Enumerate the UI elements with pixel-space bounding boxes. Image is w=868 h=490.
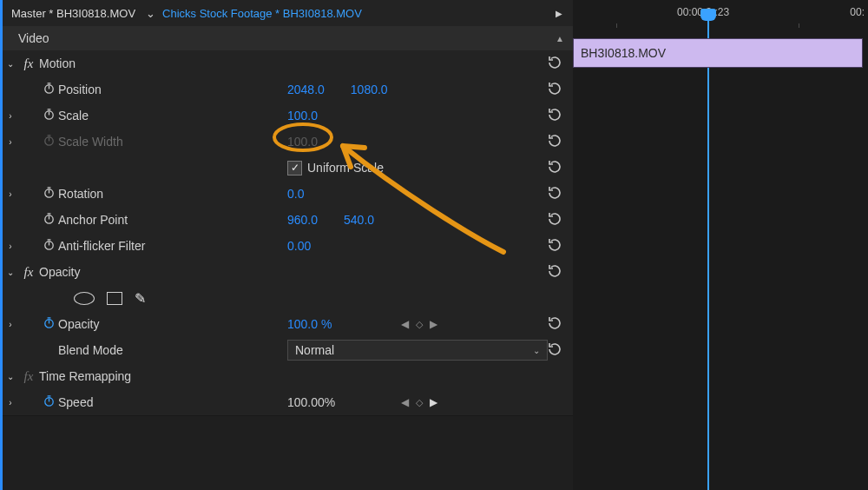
rotation-value[interactable]: 0.0 bbox=[287, 187, 304, 201]
reset-button[interactable] bbox=[542, 262, 568, 282]
add-keyframe-icon[interactable]: ◇ bbox=[416, 397, 423, 408]
stopwatch-icon[interactable] bbox=[39, 82, 58, 97]
prev-keyframe-icon[interactable]: ◀ bbox=[401, 396, 409, 408]
ellipse-mask-icon[interactable] bbox=[74, 292, 95, 305]
stopwatch-icon[interactable] bbox=[39, 186, 58, 202]
mask-shape-row: ✎ bbox=[3, 285, 573, 311]
antiflicker-value[interactable]: 0.00 bbox=[287, 239, 311, 253]
effect-opacity-header[interactable]: ⌄ fx Opacity bbox=[3, 259, 573, 285]
property-scale-label: Scale bbox=[58, 109, 94, 122]
section-video-label: Video bbox=[18, 31, 49, 45]
fx-icon[interactable]: fx bbox=[18, 369, 39, 384]
reset-button[interactable] bbox=[542, 106, 568, 126]
stopwatch-icon[interactable] bbox=[39, 212, 58, 228]
keyframe-nav: ◀ ◇ ▶ bbox=[391, 396, 447, 408]
property-scalewidth-label: Scale Width bbox=[58, 135, 128, 149]
blend-mode-value: Normal bbox=[295, 343, 334, 357]
property-opacity: › Opacity 100.0 % ◀ ◇ ▶ bbox=[3, 311, 573, 337]
property-antiflicker: › Anti-flicker Filter 0.00 bbox=[3, 233, 573, 259]
reset-button[interactable] bbox=[542, 210, 568, 230]
property-rotation-label: Rotation bbox=[58, 187, 108, 201]
reset-button[interactable] bbox=[542, 184, 568, 204]
scale-value[interactable]: 100.0 bbox=[287, 109, 318, 122]
effect-motion-label: Motion bbox=[39, 56, 81, 70]
panel-filler bbox=[3, 415, 573, 490]
speed-value[interactable]: 100.00% bbox=[287, 395, 335, 409]
property-blend-mode: Blend Mode Normal ⌄ bbox=[3, 337, 573, 363]
chevron-right-icon[interactable]: › bbox=[3, 320, 18, 329]
effect-motion-header[interactable]: ⌄ fx Motion bbox=[3, 50, 573, 76]
effect-time-label: Time Remapping bbox=[39, 369, 136, 383]
reset-button[interactable] bbox=[542, 315, 568, 334]
add-keyframe-icon[interactable]: ◇ bbox=[416, 319, 423, 330]
fx-icon[interactable]: fx bbox=[18, 56, 39, 71]
chevron-down-icon: ⌄ bbox=[533, 346, 540, 355]
uniform-scale-label: Uniform Scale bbox=[307, 161, 389, 175]
reset-button[interactable] bbox=[542, 158, 568, 178]
reset-button[interactable] bbox=[542, 80, 568, 100]
playhead-icon[interactable] bbox=[700, 9, 716, 21]
effect-time-header[interactable]: ⌄ fx Time Remapping bbox=[3, 363, 573, 389]
anchor-y-value[interactable]: 540.0 bbox=[344, 213, 374, 227]
chevron-right-icon[interactable]: › bbox=[3, 398, 18, 407]
timecode-2: 00: bbox=[850, 6, 865, 18]
property-speed-label: Speed bbox=[58, 395, 98, 409]
stopwatch-icon[interactable] bbox=[39, 108, 58, 123]
property-scale: › Scale 100.0 bbox=[3, 103, 573, 129]
reset-button[interactable] bbox=[542, 132, 568, 152]
chevron-down-icon[interactable]: ⌄ bbox=[146, 7, 155, 20]
property-speed: › Speed 100.00% ◀ ◇ ▶ bbox=[3, 389, 573, 415]
chevron-right-icon[interactable]: › bbox=[3, 137, 18, 147]
anchor-x-value[interactable]: 960.0 bbox=[287, 213, 318, 227]
timeline-clip[interactable]: BH3I0818.MOV bbox=[573, 38, 863, 68]
chevron-right-icon[interactable]: › bbox=[3, 189, 18, 199]
property-scale-width: › Scale Width 100.0 bbox=[3, 129, 573, 155]
section-video-header[interactable]: Video ▲ bbox=[3, 26, 573, 50]
rect-mask-icon[interactable] bbox=[107, 292, 122, 305]
keyframe-nav: ◀ ◇ ▶ bbox=[391, 318, 447, 330]
property-opacity-label: Opacity bbox=[58, 317, 104, 331]
effect-opacity-label: Opacity bbox=[39, 265, 85, 279]
property-position-label: Position bbox=[58, 83, 107, 96]
app-root: Master * BH3I0818.MOV ⌄ Chicks Stock Foo… bbox=[0, 0, 868, 490]
position-y-value[interactable]: 1080.0 bbox=[351, 83, 388, 96]
chevron-right-icon[interactable]: › bbox=[3, 111, 18, 121]
prev-keyframe-icon[interactable]: ◀ bbox=[401, 318, 409, 330]
property-uniform-scale: ✓ Uniform Scale bbox=[3, 155, 573, 181]
breadcrumb-clip[interactable]: Chicks Stock Footage * BH3I0818.MOV bbox=[162, 7, 362, 20]
stopwatch-icon bbox=[39, 134, 58, 149]
property-antiflicker-label: Anti-flicker Filter bbox=[58, 239, 150, 253]
stopwatch-icon[interactable] bbox=[39, 238, 58, 254]
breadcrumb-master[interactable]: Master * BH3I0818.MOV bbox=[11, 7, 135, 20]
stopwatch-icon[interactable] bbox=[39, 316, 58, 332]
property-rotation: › Rotation 0.0 bbox=[3, 181, 573, 207]
breadcrumb: Master * BH3I0818.MOV ⌄ Chicks Stock Foo… bbox=[3, 0, 573, 26]
chevron-right-icon[interactable]: › bbox=[3, 242, 18, 251]
time-ruler[interactable]: 00:00:3 :23 00: bbox=[573, 0, 868, 28]
next-keyframe-icon[interactable]: ▶ bbox=[430, 318, 437, 330]
pen-mask-icon[interactable]: ✎ bbox=[135, 290, 146, 307]
play-icon[interactable]: ▶ bbox=[556, 9, 564, 18]
fx-icon[interactable]: fx bbox=[18, 265, 39, 280]
property-position: Position 2048.0 1080.0 bbox=[3, 76, 573, 103]
next-keyframe-icon[interactable]: ▶ bbox=[430, 396, 437, 408]
effect-controls-panel: Master * BH3I0818.MOV ⌄ Chicks Stock Foo… bbox=[0, 0, 573, 490]
property-blend-label: Blend Mode bbox=[58, 343, 128, 357]
chevron-down-icon[interactable]: ⌄ bbox=[3, 59, 18, 69]
chevron-down-icon[interactable]: ⌄ bbox=[3, 372, 18, 381]
reset-button[interactable] bbox=[542, 236, 568, 256]
timeline-clip-label: BH3I0818.MOV bbox=[581, 46, 666, 60]
reset-button[interactable] bbox=[542, 54, 568, 74]
stopwatch-icon[interactable] bbox=[39, 394, 58, 410]
position-x-value[interactable]: 2048.0 bbox=[287, 83, 325, 96]
mini-timeline-panel: 00:00:3 :23 00: BH3I0818.MOV bbox=[573, 0, 868, 490]
opacity-value[interactable]: 100.0 % bbox=[287, 317, 332, 331]
blend-mode-select[interactable]: Normal ⌄ bbox=[287, 340, 548, 361]
chevron-down-icon[interactable]: ⌄ bbox=[3, 268, 18, 277]
property-anchor-point: Anchor Point 960.0 540.0 bbox=[3, 207, 573, 233]
scalewidth-value: 100.0 bbox=[287, 135, 318, 149]
collapse-icon[interactable]: ▲ bbox=[556, 34, 564, 43]
uniform-scale-checkbox[interactable]: ✓ bbox=[287, 161, 302, 175]
playhead-line bbox=[707, 21, 709, 490]
property-anchor-label: Anchor Point bbox=[58, 213, 133, 227]
